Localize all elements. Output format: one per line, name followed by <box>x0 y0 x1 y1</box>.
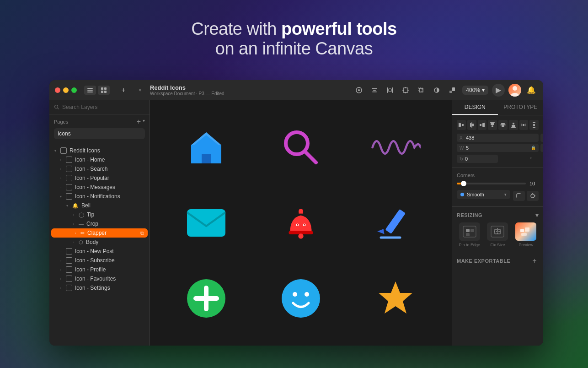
rotation-label: ↻ <box>460 157 463 162</box>
rotation-input[interactable] <box>465 156 528 162</box>
layer-icon-search[interactable]: › Icon - Search <box>49 164 150 173</box>
smooth-text: Smooth <box>467 192 502 197</box>
list-view-icon[interactable] <box>84 86 96 95</box>
svg-marker-42 <box>377 227 386 236</box>
component-icon[interactable] <box>353 84 365 97</box>
corners-label: Corners <box>457 173 539 178</box>
layer-icon-profile[interactable]: › Icon - Profile <box>49 265 150 274</box>
prototype-tab[interactable]: PROTOTYPE <box>498 100 544 115</box>
frame-icon[interactable] <box>399 84 412 97</box>
svg-rect-65 <box>500 124 506 125</box>
align-left-btn[interactable] <box>457 120 466 130</box>
user-avatar[interactable] <box>508 84 521 97</box>
x-field: X <box>457 134 539 142</box>
corner-rounded-btn[interactable] <box>513 191 525 201</box>
layer-icon-messages[interactable]: › Icon - Messages <box>49 183 150 192</box>
add-page-button[interactable]: + <box>137 118 141 125</box>
zoom-control[interactable]: 400% ▾ <box>462 86 488 95</box>
maximize-button[interactable] <box>71 87 77 93</box>
svg-point-36 <box>298 233 303 238</box>
svg-rect-23 <box>449 91 452 93</box>
w-input[interactable] <box>466 145 529 151</box>
align-right-btn[interactable] <box>478 120 487 130</box>
svg-rect-79 <box>466 229 470 232</box>
layer-bell[interactable]: ▾ 🔔 Bell <box>49 201 150 210</box>
layer-body[interactable]: › ⬡ Body <box>49 238 150 247</box>
svg-rect-1 <box>87 90 93 91</box>
grid-view-icon[interactable] <box>98 86 110 95</box>
align-distribute-h-btn[interactable] <box>519 120 529 130</box>
resizing-chevron[interactable]: ▾ <box>535 211 539 219</box>
align-center-v-btn[interactable] <box>498 120 508 130</box>
rotation-field: ↻ ° <box>457 155 498 163</box>
frame-icon <box>66 166 72 172</box>
fix-size-btn[interactable]: Fix Size <box>485 222 511 247</box>
svg-point-8 <box>358 89 360 91</box>
distribute-icon[interactable] <box>384 84 396 97</box>
search-input[interactable] <box>62 104 145 110</box>
w-label: W <box>460 146 464 151</box>
layer-clapper[interactable]: › ✏ Clapper ⧉ <box>51 228 148 238</box>
arrange-icon[interactable] <box>446 84 459 97</box>
clip-icon: ⧉ <box>140 230 144 236</box>
align-top-btn[interactable] <box>488 120 497 130</box>
svg-rect-69 <box>521 124 522 126</box>
layer-icon-notifications[interactable]: ▾ Icon - Notifications <box>49 192 150 201</box>
close-button[interactable] <box>55 87 60 93</box>
layer-reddit-icons[interactable]: ▾ Reddit Icons <box>49 146 150 155</box>
copy-icon: ⧉ <box>142 212 146 218</box>
notifications-bell[interactable]: 🔔 <box>525 84 538 97</box>
preview-btn[interactable]: Preview <box>513 222 539 247</box>
pin-to-edge-btn[interactable]: Pin to Edge <box>457 222 482 247</box>
frame-icon <box>66 285 72 291</box>
layer-tip[interactable]: › ◯ Tip ⧉ <box>49 210 150 219</box>
crop-icon[interactable] <box>415 84 428 97</box>
frame-icon <box>60 147 67 154</box>
layer-icon-favourites[interactable]: › Icon - Favourites <box>49 274 150 283</box>
add-button[interactable]: + <box>117 84 130 97</box>
align-center-h-btn[interactable] <box>467 120 476 130</box>
right-panel: DESIGN PROTOTYPE <box>452 100 543 346</box>
mail-icon-graphic <box>186 207 227 239</box>
svg-rect-81 <box>466 233 470 236</box>
layer-crop[interactable]: › — Crop ⧉ <box>49 219 150 228</box>
svg-point-40 <box>304 224 305 226</box>
layer-icon-settings[interactable]: › Icon - Settings <box>49 283 150 292</box>
canvas-area[interactable] <box>150 100 452 346</box>
icon-cell-pencil <box>354 186 437 260</box>
play-button[interactable]: ▶ <box>492 84 505 97</box>
minimize-button[interactable] <box>63 87 69 93</box>
pages-chevron[interactable]: ▾ <box>143 118 145 125</box>
bell-icon: 🔔 <box>72 203 79 209</box>
icons-page-item[interactable]: Icons <box>54 128 145 139</box>
x-input[interactable] <box>466 135 536 141</box>
corner-slider[interactable] <box>457 183 526 184</box>
add-export-button[interactable]: + <box>530 257 539 265</box>
layer-icon-popular[interactable]: › Icon - Popular <box>49 173 150 183</box>
svg-rect-87 <box>525 227 529 232</box>
layer-name: Icon - Settings <box>75 285 146 291</box>
smooth-select[interactable]: Smooth ▾ <box>457 190 510 199</box>
design-tab[interactable]: DESIGN <box>452 100 498 115</box>
svg-rect-64 <box>502 125 504 127</box>
layer-icon-subscribe[interactable]: › Icon - Subscribe <box>49 256 150 265</box>
bell-icon-graphic <box>283 202 319 244</box>
align-icon[interactable] <box>368 84 381 97</box>
svg-point-48 <box>293 292 297 297</box>
svg-rect-4 <box>104 87 107 90</box>
layer-name: Icon - Favourites <box>75 276 146 282</box>
corner-circular-btn[interactable] <box>527 191 539 201</box>
add-dropdown[interactable]: ▾ <box>134 84 146 97</box>
svg-point-27 <box>55 105 58 108</box>
align-distribute-v-btn[interactable] <box>529 120 539 130</box>
layer-icon-new-post[interactable]: › Icon - New Post <box>49 247 150 256</box>
align-bottom-btn[interactable] <box>509 120 518 130</box>
svg-line-28 <box>58 108 59 109</box>
pages-header: Pages + ▾ <box>54 118 145 125</box>
layer-icon-home[interactable]: › Icon - Home <box>49 155 150 164</box>
svg-rect-57 <box>482 123 484 127</box>
svg-rect-62 <box>490 122 495 123</box>
mask-icon[interactable] <box>430 84 443 97</box>
main-content: Pages + ▾ Icons ▾ Reddit Icons <box>49 100 543 346</box>
layer-name: Clapper <box>87 230 138 236</box>
